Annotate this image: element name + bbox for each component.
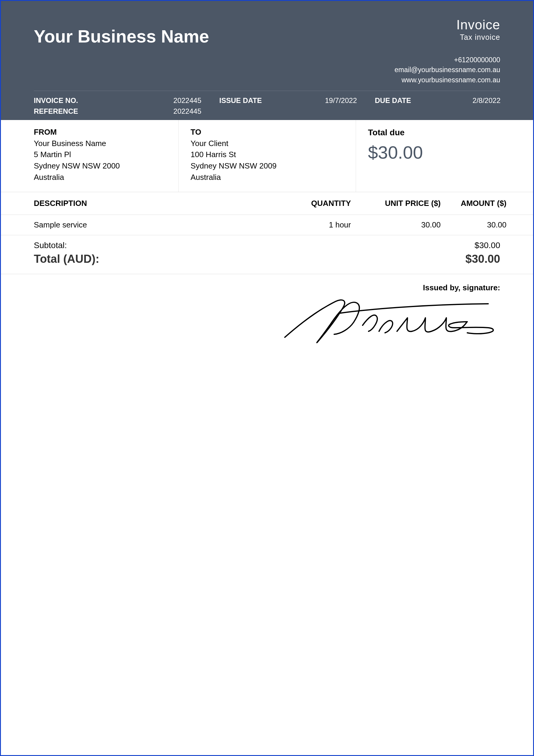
to-block: TO Your Client 100 Harris St Sydney NSW …: [178, 120, 356, 192]
total-due-label: Total due: [368, 126, 533, 139]
from-addr1: 5 Martin Pl: [34, 149, 178, 160]
total-value: $30.00: [466, 253, 500, 265]
from-country: Australia: [34, 172, 178, 183]
business-email: email@yourbusinessname.com.au: [395, 65, 500, 75]
business-website: www.yourbusinessname.com.au: [395, 75, 500, 85]
to-label: TO: [191, 126, 356, 138]
to-name: Your Client: [191, 138, 356, 149]
cell-unit-price: 30.00: [351, 220, 441, 230]
issue-date: 19/7/2022: [297, 96, 357, 105]
subtotal-value: $30.00: [474, 241, 500, 250]
items-header: DESCRIPTION QUANTITY UNIT PRICE ($) AMOU…: [1, 192, 533, 215]
invoice-subtitle: Tax invoice: [395, 33, 500, 41]
from-name: Your Business Name: [34, 138, 178, 149]
invoice-title: Invoice: [395, 17, 500, 32]
invoice-title-block: Invoice Tax invoice +61200000000 email@y…: [395, 17, 500, 85]
cell-amount: 30.00: [441, 220, 506, 230]
subtotal-label: Subtotal:: [34, 241, 67, 250]
signature-section: Issued by, signature:: [1, 274, 533, 350]
issue-date-label: ISSUE DATE: [201, 96, 297, 105]
total-label: Total (AUD):: [34, 253, 99, 265]
signature-icon: [273, 289, 500, 349]
from-addr2: Sydney NSW NSW 2000: [34, 160, 178, 172]
invoice-header: Your Business Name Invoice Tax invoice +…: [1, 1, 533, 120]
cell-quantity: 1 hour: [273, 220, 351, 230]
due-date: 2/8/2022: [435, 96, 500, 105]
total-due-amount: $30.00: [368, 140, 533, 166]
from-label: FROM: [34, 126, 178, 138]
business-name: Your Business Name: [34, 26, 209, 47]
col-unit-price: UNIT PRICE ($): [351, 199, 441, 208]
col-quantity: QUANTITY: [273, 199, 351, 208]
to-country: Australia: [191, 172, 356, 183]
cell-description: Sample service: [34, 220, 273, 230]
business-phone: +61200000000: [395, 55, 500, 65]
table-row: Sample service 1 hour 30.00 30.00: [1, 215, 533, 235]
invoice-page: Your Business Name Invoice Tax invoice +…: [0, 0, 534, 756]
col-amount: AMOUNT ($): [441, 199, 506, 208]
reference-label: REFERENCE: [34, 107, 142, 116]
reference: 2022445: [142, 107, 201, 116]
invoice-no: 2022445: [142, 96, 201, 105]
to-addr2: Sydney NSW NSW 2009: [191, 160, 356, 172]
invoice-no-label: INVOICE NO.: [34, 96, 142, 105]
invoice-meta: INVOICE NO. 2022445 ISSUE DATE 19/7/2022…: [34, 91, 500, 116]
due-date-label: DUE DATE: [357, 96, 435, 105]
col-description: DESCRIPTION: [34, 199, 273, 208]
total-due-block: Total due $30.00: [356, 120, 533, 192]
from-block: FROM Your Business Name 5 Martin Pl Sydn…: [1, 120, 178, 192]
summary-section: Subtotal: $30.00 Total (AUD): $30.00: [1, 235, 533, 274]
parties-section: FROM Your Business Name 5 Martin Pl Sydn…: [1, 120, 533, 192]
to-addr1: 100 Harris St: [191, 149, 356, 160]
